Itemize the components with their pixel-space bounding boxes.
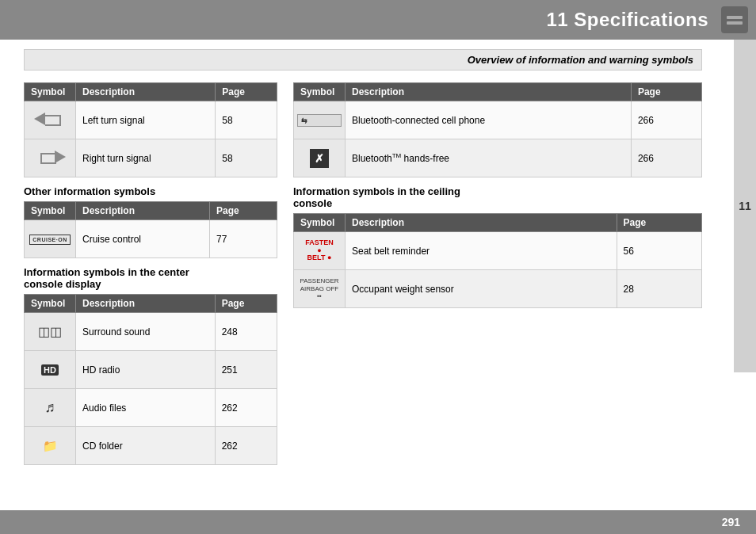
other-info-heading: Other information symbols xyxy=(24,185,277,197)
right-turn-icon xyxy=(34,144,66,170)
chapter-icon xyxy=(721,6,748,33)
desc-folder: CD folder xyxy=(76,427,216,465)
col-desc-3: Description xyxy=(76,295,216,313)
symbol-right-turn xyxy=(25,139,76,177)
page-hd: 251 xyxy=(215,351,277,389)
col-page-3: Page xyxy=(215,295,277,313)
col-page-5: Page xyxy=(617,214,701,232)
desc-cruise: Cruise control xyxy=(76,220,210,258)
overview-bar: Overview of information and warning symb… xyxy=(24,49,702,71)
col-desc-4: Description xyxy=(346,83,632,101)
bluetooth-table: Symbol Description Page ⇆ Bluetooth-conn… xyxy=(293,82,702,177)
page-number: 291 xyxy=(722,516,740,528)
symbol-hd: HD xyxy=(25,351,76,389)
ceiling-console-table: Symbol Description Page FASTEN●BELT ● Se… xyxy=(293,213,702,308)
surround-icon: ◫◫ xyxy=(38,325,62,338)
content-columns: Symbol Description Page Left turn signal… xyxy=(24,82,702,473)
table-row: Right turn signal 58 xyxy=(25,139,277,177)
occupant-icon: PASSENGERAIRBAG OFF▪▪ xyxy=(297,277,342,300)
col-symbol-3: Symbol xyxy=(25,295,76,313)
center-console-heading: Information symbols in the centerconsole… xyxy=(24,266,277,290)
main-content: Overview of information and warning symb… xyxy=(0,40,734,483)
page-folder: 262 xyxy=(215,427,277,465)
desc-left-turn: Left turn signal xyxy=(76,101,216,139)
cruise-icon: CRUISE·ON xyxy=(29,235,70,245)
table-row: CRUISE·ON Cruise control 77 xyxy=(25,220,277,258)
table-row: ✗ BluetoothTM hands-free 266 xyxy=(294,139,702,177)
center-console-table: Symbol Description Page ◫◫ Surround soun… xyxy=(24,294,277,465)
desc-bt-free: BluetoothTM hands-free xyxy=(346,139,632,177)
chapter-tab: 11 xyxy=(734,40,756,372)
chapter-tab-number: 11 xyxy=(739,200,751,212)
desc-seatbelt: Seat belt reminder xyxy=(346,232,617,270)
symbol-left-turn xyxy=(25,101,76,139)
right-column: Symbol Description Page ⇆ Bluetooth-conn… xyxy=(293,82,702,473)
col-symbol-5: Symbol xyxy=(294,214,346,232)
page-surround: 248 xyxy=(215,313,277,351)
page-header: 11 Specifications xyxy=(0,0,756,40)
col-page-1: Page xyxy=(216,83,277,101)
col-symbol-1: Symbol xyxy=(25,83,76,101)
symbol-seatbelt: FASTEN●BELT ● xyxy=(294,232,346,270)
bt-phone-icon: ⇆ xyxy=(297,114,342,127)
table-row: Left turn signal 58 xyxy=(25,101,277,139)
page-title: 11 Specifications xyxy=(546,9,708,31)
desc-surround: Surround sound xyxy=(76,313,216,351)
left-turn-icon xyxy=(34,106,66,132)
symbol-bt-phone: ⇆ xyxy=(294,101,346,139)
left-column: Symbol Description Page Left turn signal… xyxy=(24,82,277,473)
table-row: ♬ Audio files 262 xyxy=(25,389,277,427)
seatbelt-icon: FASTEN●BELT ● xyxy=(297,239,342,263)
table-row: ◫◫ Surround sound 248 xyxy=(25,313,277,351)
col-symbol-2: Symbol xyxy=(25,202,76,220)
turn-signals-table: Symbol Description Page Left turn signal… xyxy=(24,82,277,177)
page-bt-free: 266 xyxy=(631,139,701,177)
ceiling-console-heading: Information symbols in the ceilingconsol… xyxy=(293,185,702,209)
audio-icon: ♬ xyxy=(44,399,55,415)
col-desc-1: Description xyxy=(76,83,216,101)
icon-line2 xyxy=(727,21,743,25)
table-row: ⇆ Bluetooth-connected cell phone 266 xyxy=(294,101,702,139)
col-page-2: Page xyxy=(210,202,277,220)
page-cruise: 77 xyxy=(210,220,277,258)
page-left-turn: 58 xyxy=(216,101,277,139)
icon-line1 xyxy=(727,16,743,19)
table-row: FASTEN●BELT ● Seat belt reminder 56 xyxy=(294,232,702,270)
col-desc-2: Description xyxy=(76,202,210,220)
desc-audio: Audio files xyxy=(76,389,216,427)
col-symbol-4: Symbol xyxy=(294,83,346,101)
table-row: HD HD radio 251 xyxy=(25,351,277,389)
page-occupant: 28 xyxy=(617,270,701,308)
col-desc-5: Description xyxy=(346,214,617,232)
symbol-occupant: PASSENGERAIRBAG OFF▪▪ xyxy=(294,270,346,308)
table-row: 📁 CD folder 262 xyxy=(25,427,277,465)
desc-occupant: Occupant weight sensor xyxy=(346,270,617,308)
desc-right-turn: Right turn signal xyxy=(76,139,216,177)
desc-bt-phone: Bluetooth-connected cell phone xyxy=(346,101,632,139)
page-audio: 262 xyxy=(215,389,277,427)
hd-icon: HD xyxy=(41,364,59,376)
desc-hd: HD radio xyxy=(76,351,216,389)
page-seatbelt: 56 xyxy=(617,232,701,270)
page-bt-phone: 266 xyxy=(631,101,701,139)
page-number-bar: 291 xyxy=(0,510,756,534)
table-row: PASSENGERAIRBAG OFF▪▪ Occupant weight se… xyxy=(294,270,702,308)
bt-free-icon: ✗ xyxy=(310,149,329,168)
symbol-audio: ♬ xyxy=(25,389,76,427)
col-page-4: Page xyxy=(631,83,701,101)
other-info-table: Symbol Description Page CRUISE·ON Cruise… xyxy=(24,201,277,258)
folder-icon: 📁 xyxy=(43,439,58,452)
symbol-surround: ◫◫ xyxy=(25,313,76,351)
symbol-cruise: CRUISE·ON xyxy=(25,220,76,258)
page-right-turn: 58 xyxy=(216,139,277,177)
symbol-folder: 📁 xyxy=(25,427,76,465)
symbol-bt-free: ✗ xyxy=(294,139,346,177)
